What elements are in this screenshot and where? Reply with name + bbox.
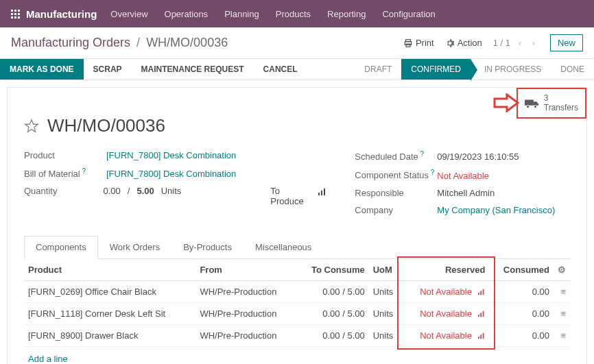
transfers-text: 3 Transfers xyxy=(544,93,578,113)
col-options[interactable]: ⚙ xyxy=(554,259,570,281)
cell-menu[interactable]: ≡ xyxy=(554,324,570,346)
cell-reserved[interactable]: Not Available xyxy=(403,302,490,324)
cell-from[interactable]: WH/Pre-Production xyxy=(195,302,296,324)
tab-by-products[interactable]: By-Products xyxy=(171,236,243,258)
cell-reserved[interactable]: Not Available xyxy=(403,280,490,302)
cell-from[interactable]: WH/Pre-Production xyxy=(195,280,296,302)
cell-to-consume[interactable]: 0.00 / 5.00 xyxy=(296,280,369,302)
nav-operations[interactable]: Operations xyxy=(165,9,209,19)
status-in-progress[interactable]: IN PROGRESS xyxy=(471,59,551,80)
nav-reporting[interactable]: Reporting xyxy=(327,9,366,19)
tabs: Components Work Orders By-Products Misce… xyxy=(24,236,570,259)
col-to-consume[interactable]: To Consume xyxy=(296,259,369,281)
nav-products[interactable]: Products xyxy=(276,9,311,19)
product-value[interactable]: [FURN_7800] Desk Combination xyxy=(106,150,236,160)
svg-rect-19 xyxy=(480,291,482,295)
tab-work-orders[interactable]: Work Orders xyxy=(98,236,171,258)
cell-consumed[interactable]: 0.00 xyxy=(490,324,554,346)
responsible-value[interactable]: Mitchell Admin xyxy=(437,188,495,198)
print-icon xyxy=(403,38,413,49)
cell-to-consume[interactable]: 0.00 / 5.00 xyxy=(296,324,369,346)
form-panel: 3 Transfers WH/MO/00036 Product [FURN_78… xyxy=(7,87,587,364)
cell-from[interactable]: WH/Pre-Production xyxy=(195,324,296,346)
brand[interactable]: Manufacturing xyxy=(26,8,97,20)
mark-as-done-button[interactable]: MARK AS DONE xyxy=(0,59,84,80)
nav-planning[interactable]: Planning xyxy=(224,9,259,19)
star-icon[interactable] xyxy=(24,119,39,134)
table-row[interactable]: [FURN_0269] Office Chair BlackWH/Pre-Pro… xyxy=(24,280,570,302)
forecast-icon[interactable] xyxy=(477,308,486,319)
forecast-icon[interactable] xyxy=(477,287,486,297)
cell-product[interactable]: [FURN_8900] Drawer Black xyxy=(24,324,195,346)
col-consumed[interactable]: Consumed xyxy=(490,259,554,281)
col-uom[interactable]: UoM xyxy=(369,259,403,281)
cell-to-consume[interactable]: 0.00 / 5.00 xyxy=(296,302,369,324)
apps-icon[interactable] xyxy=(11,8,21,19)
svg-rect-2 xyxy=(18,10,20,12)
cell-reserved[interactable]: Not Available xyxy=(403,324,490,346)
svg-rect-21 xyxy=(478,315,479,317)
bom-label: Bill of Material ? xyxy=(24,167,106,179)
cell-uom[interactable]: Units xyxy=(369,302,403,324)
sub-bar: Manufacturing Orders / WH/MO/00036 Print… xyxy=(0,27,594,59)
table-row[interactable]: [FURN_8900] Drawer BlackWH/Pre-Productio… xyxy=(24,324,570,346)
svg-point-13 xyxy=(526,105,529,108)
status-bar: DRAFT CONFIRMED IN PROGRESS DONE xyxy=(355,59,594,80)
product-label: Product xyxy=(24,150,106,160)
cell-consumed[interactable]: 0.00 xyxy=(490,280,554,302)
svg-rect-25 xyxy=(480,335,482,339)
col-product[interactable]: Product xyxy=(24,259,195,281)
component-status-label: Component Status ? xyxy=(355,169,437,180)
truck-icon xyxy=(525,97,540,109)
svg-rect-26 xyxy=(482,333,484,339)
pager-arrows[interactable]: ‹ › xyxy=(519,38,539,48)
tab-components[interactable]: Components xyxy=(24,236,98,259)
pager: 1 / 1 ‹ › xyxy=(493,38,539,48)
bom-value[interactable]: [FURN_7800] Desk Combination xyxy=(106,169,236,179)
help-icon[interactable]: ? xyxy=(418,150,424,158)
status-done[interactable]: DONE xyxy=(551,59,594,80)
nav-configuration[interactable]: Configuration xyxy=(382,9,435,19)
cell-uom[interactable]: Units xyxy=(369,280,403,302)
svg-rect-23 xyxy=(482,311,484,317)
svg-rect-3 xyxy=(11,13,13,15)
svg-rect-12 xyxy=(525,99,534,105)
nav-overview[interactable]: Overview xyxy=(110,9,147,19)
status-confirmed[interactable]: CONFIRMED xyxy=(401,59,471,80)
forecast-icon[interactable] xyxy=(477,330,486,341)
forecast-icon[interactable] xyxy=(318,186,327,196)
component-status-value: Not Available xyxy=(437,171,489,181)
status-draft[interactable]: DRAFT xyxy=(355,59,401,80)
quantity-value[interactable]: 0.00 / 5.00 Units To Produce xyxy=(103,186,327,206)
cell-uom[interactable]: Units xyxy=(369,324,403,346)
col-reserved[interactable]: Reserved xyxy=(403,259,490,281)
cell-product[interactable]: [FURN_0269] Office Chair Black xyxy=(24,280,195,302)
cell-menu[interactable]: ≡ xyxy=(554,280,570,302)
col-from[interactable]: From xyxy=(195,259,296,281)
scrap-button[interactable]: SCRAP xyxy=(84,59,132,80)
cancel-button[interactable]: CANCEL xyxy=(254,59,307,80)
tab-miscellaneous[interactable]: Miscellaneous xyxy=(243,236,323,258)
svg-rect-5 xyxy=(18,13,20,15)
table-row[interactable]: [FURN_1118] Corner Desk Left SitWH/Pre-P… xyxy=(24,302,570,324)
help-icon[interactable]: ? xyxy=(429,169,434,176)
print-button[interactable]: Print xyxy=(403,38,434,49)
new-button[interactable]: New xyxy=(550,34,583,51)
company-label: Company xyxy=(355,205,437,215)
breadcrumb-root[interactable]: Manufacturing Orders xyxy=(11,36,130,49)
cell-consumed[interactable]: 0.00 xyxy=(490,302,554,324)
svg-rect-16 xyxy=(321,191,322,195)
company-value[interactable]: My Company (San Francisco) xyxy=(437,205,555,215)
transfers-button[interactable]: 3 Transfers xyxy=(516,88,586,119)
maintenance-request-button[interactable]: MAINTENANCE REQUEST xyxy=(132,59,254,80)
svg-rect-4 xyxy=(14,13,16,15)
svg-rect-18 xyxy=(478,293,479,295)
svg-rect-22 xyxy=(480,313,482,317)
cell-product[interactable]: [FURN_1118] Corner Desk Left Sit xyxy=(24,302,195,324)
help-icon[interactable]: ? xyxy=(80,167,86,175)
svg-rect-6 xyxy=(11,16,13,19)
scheduled-date-value[interactable]: 09/19/2023 16:10:55 xyxy=(437,151,519,162)
cell-menu[interactable]: ≡ xyxy=(554,302,570,324)
action-button[interactable]: Action xyxy=(445,38,482,49)
add-line-button[interactable]: Add a line xyxy=(24,347,570,364)
